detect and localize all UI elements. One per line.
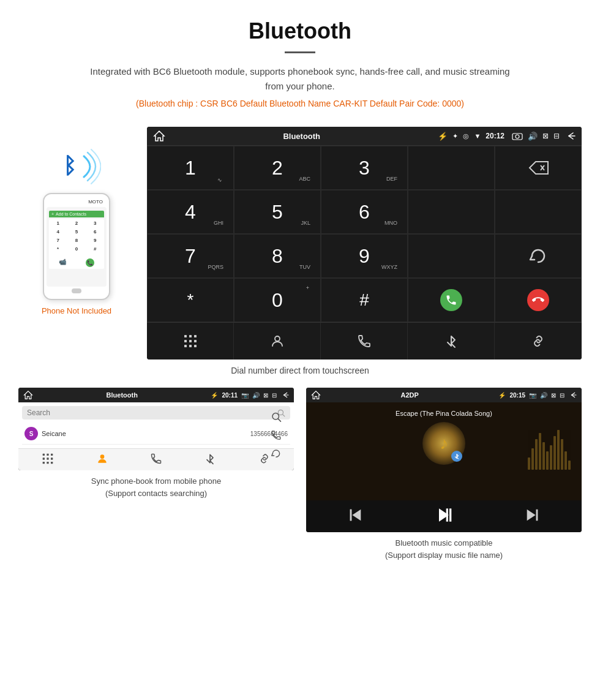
dial-backspace-key[interactable]	[495, 146, 582, 190]
dial-key-0[interactable]: 0+	[234, 278, 321, 322]
phone-key-9: 9	[86, 236, 104, 244]
svg-marker-49	[352, 510, 361, 521]
pb-side-refresh-icon[interactable]	[271, 448, 282, 459]
svg-rect-14	[189, 345, 192, 347]
svg-rect-43	[557, 430, 560, 470]
music-next-button[interactable]	[524, 506, 541, 526]
svg-point-32	[100, 454, 104, 459]
dial-refresh-key[interactable]	[495, 234, 582, 278]
music-back-icon[interactable]	[568, 391, 577, 399]
music-body: Escape (The Pina Colada Song)	[306, 402, 582, 500]
car-toolbar-link[interactable]	[495, 323, 582, 359]
phonebook-toolbar	[18, 448, 294, 470]
music-screen-icon: ⊠	[551, 392, 556, 399]
pb-tool-dialpad[interactable]	[42, 453, 54, 467]
car-toolbar-bluetooth[interactable]	[408, 323, 495, 359]
music-item: A2DP ⚡ 20:15 📷 🔊 ⊠ ⊟ Escape (The Pina Co…	[306, 388, 582, 561]
music-bt-badge	[451, 451, 462, 462]
music-title-label: A2DP	[324, 391, 495, 399]
back-icon[interactable]	[564, 131, 576, 141]
screen-icon[interactable]: ⊠	[542, 132, 549, 140]
phone-key-6: 6	[86, 228, 104, 236]
pb-time: 20:11	[222, 392, 238, 399]
pb-tool-phone[interactable]	[150, 453, 162, 467]
phone-icon	[357, 334, 372, 348]
dial-key-6[interactable]: 6MNO	[321, 190, 408, 234]
svg-rect-13	[184, 345, 187, 347]
pb-phone-icon	[150, 453, 162, 465]
main-section: ᛒ MOTO +Add to Contacts 1 2 3 4 5	[0, 127, 600, 359]
phone-home-button[interactable]	[72, 288, 81, 293]
phone-mockup: MOTO +Add to Contacts 1 2 3 4 5 6 7 8	[43, 193, 110, 300]
music-screen: A2DP ⚡ 20:15 📷 🔊 ⊠ ⊟ Escape (The Pina Co…	[306, 388, 582, 532]
window-icon[interactable]: ⊟	[553, 132, 560, 140]
dial-hangup-button[interactable]	[495, 278, 582, 322]
dial-key-5[interactable]: 5JKL	[234, 190, 321, 234]
phonebook-search-input[interactable]	[27, 408, 277, 417]
dial-key-7[interactable]: 7PQRS	[147, 234, 234, 278]
dial-key-9[interactable]: 9WXYZ	[321, 234, 408, 278]
dial-key-8[interactable]: 8TUV	[234, 234, 321, 278]
svg-point-3	[516, 135, 519, 138]
music-prev-button[interactable]	[347, 506, 364, 526]
pb-back-icon[interactable]	[280, 391, 289, 399]
dial-key-2[interactable]: 2ABC	[234, 146, 321, 190]
pb-tool-bluetooth[interactable]	[204, 453, 216, 467]
pb-side-phone-icon[interactable]	[271, 429, 282, 440]
music-camera-icon: 📷	[529, 392, 536, 399]
music-usb-icon: ⚡	[498, 392, 506, 399]
svg-rect-23	[43, 454, 45, 456]
bluetooth-status-icon: ✦	[452, 132, 458, 140]
phonebook-search-bar[interactable]	[22, 406, 290, 420]
song-title: Escape (The Pina Colada Song)	[396, 410, 492, 417]
pb-link-icon	[258, 453, 271, 465]
car-toolbar-dialpad[interactable]	[147, 323, 234, 359]
volume-icon[interactable]: 🔊	[528, 132, 538, 141]
dialpad-icon	[183, 334, 198, 348]
dial-empty-2	[408, 190, 495, 234]
dial-key-1[interactable]: 1∿	[147, 146, 234, 190]
svg-marker-33	[312, 391, 320, 399]
camera-icon[interactable]	[512, 132, 523, 140]
page-header: Bluetooth Integrated with BC6 Bluetooth …	[0, 0, 600, 127]
phonebook-caption: Sync phone-book from mobile phone(Suppor…	[91, 475, 221, 499]
page-title: Bluetooth	[12, 18, 588, 44]
dial-key-hash[interactable]: #	[321, 278, 408, 322]
pb-tool-link[interactable]	[258, 453, 271, 467]
phonebook-side-actions	[271, 411, 282, 459]
svg-rect-28	[51, 457, 53, 459]
dialpad-grid: 1∿ 2ABC 3DEF 4GHI	[147, 145, 582, 322]
dial-key-4[interactable]: 4GHI	[147, 190, 234, 234]
music-bluetooth-small-icon	[454, 453, 460, 459]
pb-side-search-icon[interactable]	[271, 411, 282, 422]
phone-bottom-bar: 📹 📞	[49, 257, 104, 269]
phonebook-title: Bluetooth	[37, 391, 207, 399]
svg-rect-35	[528, 457, 530, 470]
music-home-icon[interactable]	[311, 390, 321, 400]
svg-rect-39	[542, 442, 545, 470]
play-pause-icon	[434, 505, 454, 525]
music-play-pause-button[interactable]	[434, 505, 454, 527]
car-toolbar-contacts[interactable]	[234, 323, 321, 359]
pb-camera-icon: 📷	[241, 392, 249, 399]
music-time: 20:15	[509, 392, 525, 399]
dial-call-button[interactable]	[408, 278, 495, 322]
phone-key-1: 1	[49, 219, 67, 227]
dial-key-star[interactable]: *	[147, 278, 234, 322]
home-icon[interactable]	[153, 130, 165, 142]
music-volume-icon: 🔊	[540, 392, 547, 399]
svg-marker-1	[154, 131, 164, 141]
contact-avatar: S	[24, 427, 38, 440]
svg-rect-26	[43, 457, 45, 459]
pb-tool-contacts[interactable]	[96, 453, 108, 467]
phone-dialpad: 1 2 3 4 5 6 7 8 9 * 0 #	[49, 219, 104, 253]
backspace-icon	[527, 159, 549, 176]
usb-icon: ⚡	[438, 132, 448, 141]
dial-key-3[interactable]: 3DEF	[321, 146, 408, 190]
car-toolbar-phone[interactable]	[321, 323, 408, 359]
svg-rect-40	[546, 451, 549, 470]
phone-key-0: 0	[67, 245, 85, 253]
bluetooth-icon-wrapper: ᛒ	[52, 145, 101, 188]
svg-rect-29	[43, 462, 45, 464]
phonebook-home-icon[interactable]	[23, 390, 33, 400]
